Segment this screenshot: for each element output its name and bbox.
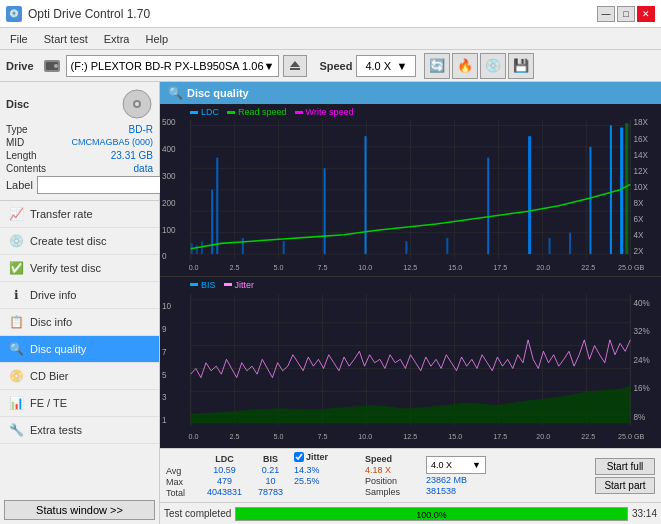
- type-val: BD-R: [129, 124, 153, 135]
- burn-button[interactable]: 🔥: [452, 53, 478, 79]
- svg-text:400: 400: [162, 144, 176, 154]
- sidebar-item-extra-tests[interactable]: 🔧 Extra tests: [0, 417, 159, 444]
- menu-extra[interactable]: Extra: [98, 31, 136, 47]
- sidebar-item-create-test-disc[interactable]: 💿 Create test disc: [0, 228, 159, 255]
- length-key: Length: [6, 150, 37, 161]
- progress-text: 100.0%: [236, 508, 627, 522]
- sidebar-item-transfer-rate[interactable]: 📈 Transfer rate: [0, 201, 159, 228]
- write-speed-legend-label: Write speed: [306, 107, 354, 117]
- eject-button[interactable]: [283, 55, 307, 77]
- svg-text:5.0: 5.0: [273, 263, 283, 272]
- sidebar-item-cd-bier[interactable]: 📀 CD Bier: [0, 363, 159, 390]
- avg-bis: 0.21: [253, 465, 288, 475]
- length-val: 23.31 GB: [111, 150, 153, 161]
- read-speed-legend-label: Read speed: [238, 107, 287, 117]
- jitter-checkbox[interactable]: [294, 452, 304, 462]
- toolbar-actions: 🔄 🔥 💿 💾: [424, 53, 534, 79]
- ldc-header: LDC: [202, 454, 247, 464]
- sidebar-item-disc-info[interactable]: 📋 Disc info: [0, 309, 159, 336]
- svg-rect-43: [610, 125, 612, 254]
- bis-header: BIS: [253, 454, 288, 464]
- label-input[interactable]: [37, 176, 170, 194]
- svg-text:2X: 2X: [633, 246, 643, 256]
- svg-text:200: 200: [162, 198, 176, 208]
- create-disc-icon: 💿: [8, 233, 24, 249]
- svg-text:6X: 6X: [633, 214, 643, 224]
- svg-text:8%: 8%: [633, 411, 645, 422]
- svg-text:16%: 16%: [633, 382, 650, 393]
- maximize-button[interactable]: □: [617, 6, 635, 22]
- svg-point-2: [54, 64, 58, 68]
- svg-text:0.0: 0.0: [189, 431, 199, 440]
- start-part-button[interactable]: Start part: [595, 477, 655, 494]
- upper-chart: LDC Read speed Write speed: [160, 104, 661, 277]
- minimize-button[interactable]: —: [597, 6, 615, 22]
- svg-text:8X: 8X: [633, 198, 643, 208]
- save-button[interactable]: 💾: [508, 53, 534, 79]
- svg-text:40%: 40%: [633, 297, 650, 308]
- svg-rect-31: [216, 158, 218, 254]
- menu-start-test[interactable]: Start test: [38, 31, 94, 47]
- svg-text:12X: 12X: [633, 165, 648, 175]
- label-key: Label: [6, 179, 33, 191]
- svg-text:15.0: 15.0: [448, 263, 462, 272]
- sidebar-item-fe-te[interactable]: 📊 FE / TE: [0, 390, 159, 417]
- avg-speed: 4.18 X: [365, 465, 420, 475]
- ldc-legend-label: LDC: [201, 107, 219, 117]
- svg-rect-36: [405, 241, 407, 254]
- status-text: Test completed: [164, 508, 231, 519]
- transfer-rate-icon: 📈: [8, 206, 24, 222]
- sidebar-item-disc-quality[interactable]: 🔍 Disc quality: [0, 336, 159, 363]
- window-controls: — □ ✕: [597, 6, 655, 22]
- jitter-header: Jitter: [306, 452, 328, 462]
- app-title: Opti Drive Control 1.70: [28, 7, 150, 21]
- start-full-button[interactable]: Start full: [595, 458, 655, 475]
- speed-value: 4.0 X: [365, 60, 391, 72]
- jitter-legend-label: Jitter: [235, 280, 255, 290]
- position-label: Position: [365, 476, 397, 486]
- svg-text:25.0 GB: 25.0 GB: [618, 263, 644, 272]
- drive-icon: [42, 56, 62, 76]
- total-bis: 78783: [253, 487, 288, 497]
- svg-rect-37: [446, 238, 448, 254]
- disc-panel-label: Disc: [6, 98, 29, 110]
- svg-rect-45: [625, 123, 628, 254]
- contents-key: Contents: [6, 163, 46, 174]
- speed-header: Speed: [365, 454, 420, 464]
- svg-text:9: 9: [162, 323, 167, 334]
- status-window-button[interactable]: Status window >>: [4, 500, 155, 520]
- app-window: 💿 Opti Drive Control 1.70 — □ ✕ File Sta…: [0, 0, 661, 524]
- sidebar: Disc Type BD-R MID CMCMAGBA5 (000): [0, 82, 160, 524]
- stats-speed-dropdown[interactable]: 4.0 X ▼: [426, 456, 486, 474]
- svg-text:300: 300: [162, 171, 176, 181]
- svg-text:12.5: 12.5: [403, 263, 417, 272]
- sidebar-item-drive-info[interactable]: ℹ Drive info: [0, 282, 159, 309]
- disc-button[interactable]: 💿: [480, 53, 506, 79]
- speed-select[interactable]: 4.0 X ▼: [356, 55, 416, 77]
- svg-text:20.0: 20.0: [536, 431, 550, 440]
- refresh-button[interactable]: 🔄: [424, 53, 450, 79]
- svg-text:22.5: 22.5: [581, 263, 595, 272]
- close-button[interactable]: ✕: [637, 6, 655, 22]
- drive-select[interactable]: (F:) PLEXTOR BD-R PX-LB950SA 1.06 ▼: [66, 55, 280, 77]
- menu-file[interactable]: File: [4, 31, 34, 47]
- svg-text:18X: 18X: [633, 117, 648, 127]
- sidebar-item-verify-test-disc[interactable]: ✅ Verify test disc: [0, 255, 159, 282]
- contents-val: data: [134, 163, 153, 174]
- charts-container: LDC Read speed Write speed: [160, 104, 661, 448]
- extra-tests-icon: 🔧: [8, 422, 24, 438]
- svg-marker-3: [290, 61, 300, 67]
- disc-panel: Disc Type BD-R MID CMCMAGBA5 (000): [0, 82, 159, 201]
- fe-te-icon: 📊: [8, 395, 24, 411]
- svg-rect-34: [324, 168, 326, 254]
- position-val: 23862 MB: [426, 475, 486, 485]
- menu-help[interactable]: Help: [139, 31, 174, 47]
- max-bis: 10: [253, 476, 288, 486]
- svg-text:20.0: 20.0: [536, 263, 550, 272]
- stats-area: Avg Max Total LDC 10.59 479 4043831 BIS …: [160, 448, 661, 502]
- max-jitter: 25.5%: [294, 476, 359, 486]
- avg-jitter: 14.3%: [294, 465, 359, 475]
- svg-text:2.5: 2.5: [230, 263, 240, 272]
- svg-text:14X: 14X: [633, 149, 648, 159]
- svg-text:5.0: 5.0: [273, 431, 283, 440]
